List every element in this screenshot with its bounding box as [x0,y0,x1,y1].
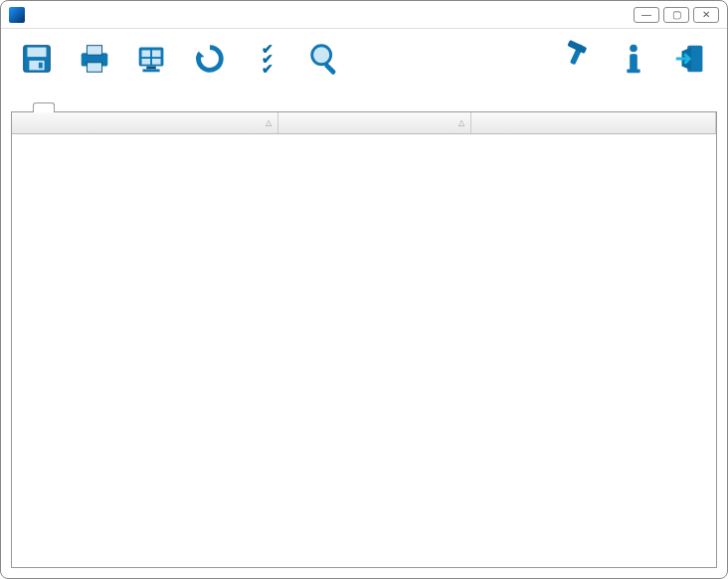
maximize-button[interactable]: ▢ [663,7,689,23]
svg-rect-9 [152,50,161,57]
column-headers: △ △ [12,112,716,134]
app-window: — ▢ ✕ ✔✔✔ [0,0,728,579]
results-grid: △ △ [11,112,717,568]
close-button[interactable]: ✕ [693,7,719,23]
programs-icon[interactable] [132,39,172,79]
svg-point-19 [630,45,637,53]
app-icon [9,7,25,23]
toolbar: ✔✔✔ [11,37,717,87]
col-header-type[interactable]: △ [278,112,471,133]
svg-rect-21 [627,69,639,73]
svg-rect-13 [143,69,160,72]
svg-rect-16 [324,63,337,76]
checkall-icon[interactable]: ✔✔✔ [248,39,287,79]
svg-rect-5 [87,46,101,56]
svg-point-15 [312,46,331,65]
tools-icon[interactable] [556,39,596,79]
svg-rect-3 [39,63,43,69]
refresh-icon[interactable] [190,39,230,79]
svg-rect-12 [146,67,156,70]
title-bar[interactable]: — ▢ ✕ [1,1,727,29]
info-icon[interactable] [614,39,653,79]
tab-scanner[interactable] [33,102,55,112]
print-icon[interactable] [75,39,114,79]
tab-strip [11,87,717,112]
window-controls: — ▢ ✕ [634,7,719,23]
svg-rect-20 [630,54,637,71]
minimize-button[interactable]: — [634,7,659,23]
svg-rect-8 [142,50,151,57]
svg-rect-10 [142,59,151,65]
col-header-value[interactable] [471,112,716,133]
svg-rect-11 [152,59,161,65]
col-header-name[interactable]: △ [12,112,278,133]
exit-icon[interactable] [671,39,711,79]
content-area: ✔✔✔ △ △ [1,29,727,578]
svg-rect-6 [87,63,101,73]
save-icon[interactable] [17,39,57,79]
search-icon[interactable] [305,39,345,79]
tree-body[interactable] [12,134,716,567]
tab-databases[interactable] [11,102,33,112]
checkmarks-icon: ✔✔✔ [262,44,273,74]
svg-rect-1 [28,48,47,58]
